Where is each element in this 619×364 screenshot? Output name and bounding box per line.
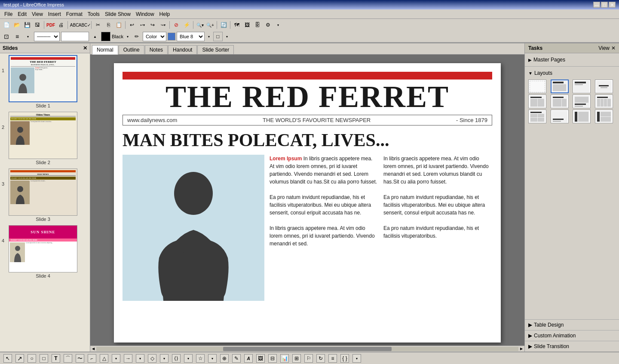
block-arrows-dropdown[interactable]: ▾ [136, 354, 144, 363]
autocorrect-button[interactable]: ABC✓ [80, 20, 89, 30]
h-scroll-right[interactable]: ▶ [518, 346, 524, 352]
layout-vertical-title[interactable] [573, 110, 591, 123]
menu-edit[interactable]: Edit [15, 10, 29, 18]
open-button[interactable]: 📂 [12, 20, 21, 30]
pdf-button[interactable]: PDF [46, 20, 55, 30]
shapes-dropdown[interactable]: ▾ [112, 354, 120, 363]
ellipse-tool[interactable]: □ [40, 354, 48, 363]
rectangle-tool[interactable]: ○ [28, 354, 36, 363]
block-arrows-tool[interactable]: → [124, 354, 132, 363]
master-pages-header[interactable]: ▶ Master Pages [528, 55, 616, 64]
slide-transition-item[interactable]: ▶ Slide Transition [525, 341, 619, 352]
undo-button[interactable]: ↩ [127, 20, 137, 30]
tab-normal[interactable]: Normal [92, 45, 118, 55]
slide-thumb-2[interactable]: Olden Times INSERT YOUR HEADLINE HERE Lo… [9, 112, 77, 159]
navigator-button[interactable]: 🗺 [232, 20, 242, 30]
copy-button[interactable]: ⎘ [104, 20, 113, 30]
fontwork-tool[interactable]: A [244, 354, 253, 363]
tab-sorter[interactable]: Slide Sorter [197, 45, 234, 54]
view-label[interactable]: View [598, 45, 610, 51]
stars-dropdown[interactable]: ▾ [208, 354, 217, 363]
basic-shapes-dropdown2[interactable]: ▾ [352, 354, 361, 363]
layout-centered-text[interactable] [595, 80, 613, 93]
slide-canvas-area[interactable]: THE RED FERRET www.dailynews.com THE WOR… [90, 55, 524, 346]
line-style-select[interactable]: ──── [34, 32, 60, 41]
layouts-header[interactable]: ▼ Layouts [528, 68, 616, 78]
text-tool[interactable]: T [52, 354, 60, 363]
h-scroll-left[interactable]: ◀ [90, 346, 96, 352]
connector-tool[interactable]: ⌐ [88, 354, 96, 363]
menu-file[interactable]: File [2, 10, 15, 18]
menu-help[interactable]: Help [157, 10, 173, 18]
slides-close-icon[interactable]: ✕ [83, 45, 87, 51]
cursor-tool[interactable]: ↖ [3, 354, 12, 363]
selection-mode-button[interactable]: ⊡ [2, 32, 11, 41]
slide-thumb-1[interactable]: THE RED FERRET MAN BITES POLECAT, LIVES.… [9, 55, 77, 102]
interaction-button[interactable]: ⚡ [182, 20, 191, 30]
chart-tool[interactable]: 📊 [280, 354, 289, 363]
layout-four-col[interactable] [595, 95, 613, 108]
tab-order-dropdown[interactable]: ▾ [23, 32, 33, 41]
redo-dropdown[interactable]: ↪▾ [158, 20, 168, 30]
show-draw[interactable]: { } [340, 354, 349, 363]
maximize-button[interactable]: □ [601, 2, 608, 8]
right-panel-close[interactable]: ✕ [611, 45, 616, 51]
fill-color-select[interactable]: Blue 8 [177, 32, 205, 41]
redo-button[interactable]: ↪ [148, 20, 157, 30]
line-width-input[interactable]: 0.00cm [61, 32, 89, 41]
fill-color-dropdown[interactable]: ▾ [206, 32, 212, 41]
line-color-dropdown[interactable]: ▾ [125, 32, 131, 41]
curve-tool[interactable]: ⌒ [64, 354, 72, 363]
snap-tool[interactable]: ⊕ [220, 354, 229, 363]
callout-dropdown[interactable]: ▾ [184, 354, 193, 363]
image-tool[interactable]: 🖼 [256, 354, 265, 363]
layout-vertical-two[interactable] [595, 110, 613, 123]
layout-blank[interactable] [528, 80, 546, 93]
menu-format[interactable]: Format [64, 10, 85, 18]
custom-animation-item[interactable]: ▶ Custom Animation [525, 330, 619, 341]
flowchart-dropdown[interactable]: ▾ [160, 354, 169, 363]
menu-view[interactable]: View [29, 10, 46, 18]
zoom2[interactable]: 🔍+ [205, 20, 215, 30]
menu-insert[interactable]: Insert [46, 10, 64, 18]
shadow-tool[interactable]: ⚐ [304, 354, 313, 363]
callout-tool[interactable]: ⟨⟩ [172, 354, 181, 363]
new-button[interactable]: 📄 [2, 20, 11, 30]
tab-notes[interactable]: Notes [145, 45, 168, 54]
table-tool[interactable]: ⊟ [268, 354, 277, 363]
layout-title-content[interactable] [551, 80, 569, 93]
refresh-button[interactable]: 🔄 [219, 20, 228, 30]
line-color-box[interactable] [101, 32, 110, 41]
gallery-button[interactable]: 🖼 [242, 20, 252, 30]
shadow-dropdown[interactable]: ▾ [224, 32, 230, 41]
save-button[interactable]: 💾 [22, 20, 32, 30]
line-width-spinner-up[interactable]: ▲ [90, 32, 100, 41]
close-button[interactable]: ✕ [609, 2, 616, 8]
layout-content-above[interactable] [573, 95, 591, 108]
tab-outline[interactable]: Outline [119, 45, 144, 54]
menu-slideshow[interactable]: Slide Show [102, 10, 133, 18]
layout-two-col-alt[interactable] [551, 95, 569, 108]
table-design-item[interactable]: ▶ Table Design [525, 319, 619, 330]
layout-six-col[interactable] [528, 110, 546, 123]
shapes-tool[interactable]: △ [100, 354, 108, 363]
more-button[interactable]: ▾ [273, 20, 283, 30]
fill-type-select[interactable]: Color [143, 32, 166, 41]
flowchart-tool[interactable]: ◇ [148, 354, 156, 363]
slide-thumb-3[interactable]: OLD NEWS INSERT YOUR HEADLINE HERE Lorem [9, 168, 77, 216]
layout-two-col[interactable] [528, 95, 546, 108]
freeform-tool[interactable]: 〜 [76, 354, 84, 363]
stars-tool[interactable]: ☆ [196, 354, 205, 363]
db-button[interactable]: 🗄 [253, 20, 262, 30]
line-tool[interactable]: ↗ [15, 354, 24, 363]
minimize-button[interactable]: — [593, 2, 600, 8]
tab-order-button[interactable]: ≡ [12, 32, 22, 41]
slide-thumb-4[interactable]: SUN SHINE INSERT YOUR HEADLINE HERE [9, 225, 77, 272]
rotate-tool[interactable]: ↻ [316, 354, 325, 363]
fill-toggle[interactable]: ✏ [132, 32, 141, 41]
toggle-extrude[interactable]: ⊞ [292, 354, 301, 363]
print-button[interactable]: 🖨 [56, 20, 66, 30]
tab-handout[interactable]: Handout [168, 45, 197, 54]
save-as-button[interactable]: 🖫 [33, 20, 42, 30]
paste-button[interactable]: 📋 [114, 20, 123, 30]
